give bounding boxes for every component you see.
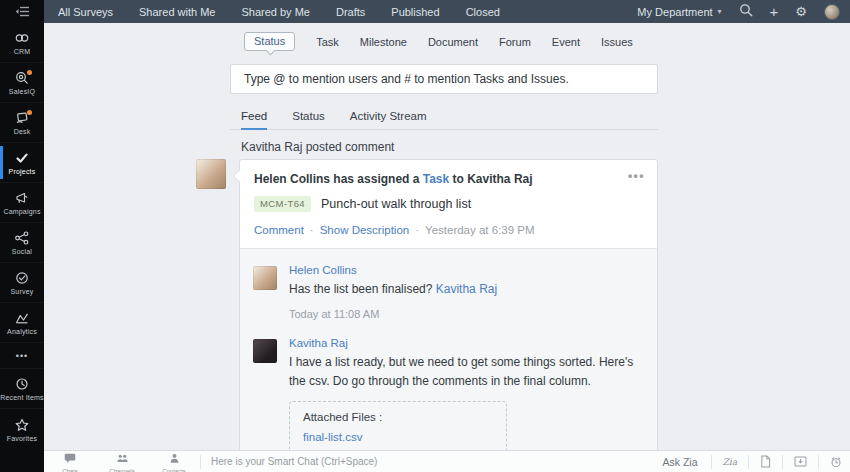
screen-share-icon[interactable] <box>783 456 818 467</box>
app-sidebar: CRM SalesIQ Desk Projects <box>0 0 44 472</box>
task-name: Punch-out walk through list <box>321 197 471 211</box>
comment-kavitha: Kavitha Raj I have a list ready, but we … <box>252 337 645 450</box>
tab-forum[interactable]: Forum <box>499 36 531 48</box>
chats-button[interactable]: Chats <box>44 449 96 472</box>
chevron-down-icon: ▾ <box>718 7 722 16</box>
separator-dot: · <box>415 224 419 236</box>
task-link[interactable]: Task <box>423 172 449 186</box>
show-description-link[interactable]: Show Description <box>320 224 409 236</box>
tab-shared-by-me[interactable]: Shared by Me <box>241 6 309 18</box>
smart-chat-bar: Chats Channels Contacts Here is your Sma… <box>44 450 850 472</box>
card-actions-row: Comment·Show Description·Yesterday at 6:… <box>254 224 643 236</box>
topbar-right-controls: My Department ▾ + ⚙ <box>637 3 840 21</box>
tab-feed[interactable]: Feed <box>241 110 267 130</box>
alarm-icon[interactable] <box>819 456 850 468</box>
title-suffix: to Kavitha Raj <box>449 172 532 186</box>
sidebar-item-label: CRM <box>14 48 31 55</box>
card-options-icon[interactable]: ••• <box>628 169 645 183</box>
tab-event[interactable]: Event <box>552 36 580 48</box>
sidebar-item-label: Campaigns <box>3 208 40 215</box>
favorites-icon <box>14 417 30 433</box>
attached-files-label: Attached Files : <box>303 411 493 423</box>
sidebar-item-label: Recent Items <box>0 394 44 401</box>
comment-text-body: I have a list ready, but we need to get … <box>289 353 645 391</box>
campaigns-icon <box>14 190 30 206</box>
attachment-file-link[interactable]: final-list.csv <box>303 431 362 443</box>
sidebar-item-label: Analytics <box>7 328 37 335</box>
comment-timestamp: Today at 11:08 AM <box>289 308 645 320</box>
channels-button[interactable]: Channels <box>96 449 148 472</box>
sidebar-item-campaigns[interactable]: Campaigns <box>0 183 44 223</box>
gear-icon[interactable]: ⚙ <box>795 5 807 18</box>
department-label: My Department <box>637 6 712 18</box>
sidebar-item-survey[interactable]: Survey <box>0 263 44 303</box>
document-icon[interactable] <box>749 455 782 468</box>
sidebar-item-recent-items[interactable]: Recent Items <box>0 369 44 409</box>
comment-helen: Helen Collins Has the list been finalise… <box>252 264 645 320</box>
channels-label: Channels <box>109 468 134 472</box>
status-mention-input[interactable]: Type @ to mention users and # to mention… <box>230 64 658 94</box>
feed-card-header: Helen Collins has assigned a Task to Kav… <box>240 160 657 248</box>
app-window: CRM SalesIQ Desk Projects <box>0 0 850 472</box>
notification-dot <box>27 110 32 115</box>
tab-issues[interactable]: Issues <box>601 36 633 48</box>
feed-tabs: Feed Status Activity Stream <box>230 110 658 130</box>
analytics-icon <box>14 310 30 326</box>
tab-activity-stream[interactable]: Activity Stream <box>350 110 427 129</box>
tab-shared-with-me[interactable]: Shared with Me <box>139 6 215 18</box>
tab-drafts[interactable]: Drafts <box>336 6 365 18</box>
avatar-kavitha-raj-small <box>253 339 277 363</box>
sidebar-item-more[interactable]: ••• <box>0 343 44 369</box>
survey-icon <box>14 270 30 286</box>
sidebar-item-desk[interactable]: Desk <box>0 103 44 143</box>
notification-dot <box>27 70 32 75</box>
contacts-icon <box>169 450 180 468</box>
projects-icon <box>14 150 30 166</box>
topbar-tabs: All Surveys Shared with Me Shared by Me … <box>58 6 500 18</box>
search-icon[interactable] <box>739 3 753 21</box>
feed-card: Helen Collins has assigned a Task to Kav… <box>239 159 658 450</box>
comment-author-link[interactable]: Helen Collins <box>289 264 357 276</box>
social-icon <box>14 230 30 246</box>
avatar-helen-collins-small <box>253 266 277 290</box>
sidebar-item-label: Desk <box>14 128 31 135</box>
mention-link[interactable]: Kavitha Raj <box>436 282 497 296</box>
sidebar-item-label: Favorites <box>7 435 38 442</box>
zia-icon[interactable]: Zia <box>712 457 749 467</box>
comment-text: Has the list been finalised? Kavitha Raj <box>289 280 645 299</box>
comment-author-link[interactable]: Kavitha Raj <box>289 337 348 349</box>
sidebar-item-social[interactable]: Social <box>0 223 44 263</box>
sidebar-item-label: Survey <box>11 288 34 295</box>
tab-status-feed[interactable]: Status <box>292 110 325 129</box>
tab-status-module[interactable]: Status <box>244 32 295 51</box>
attached-files-box: Attached Files : final-list.csv <box>289 401 507 450</box>
module-tabs: Status Task Milestone Document Forum Eve… <box>230 23 658 51</box>
tab-task[interactable]: Task <box>316 36 339 48</box>
tab-closed[interactable]: Closed <box>466 6 500 18</box>
sidebar-item-crm[interactable]: CRM <box>0 23 44 63</box>
collapse-menu-button[interactable] <box>0 0 44 23</box>
department-dropdown[interactable]: My Department ▾ <box>637 6 721 18</box>
tab-all-surveys[interactable]: All Surveys <box>58 6 113 18</box>
divider <box>200 455 201 469</box>
tab-document[interactable]: Document <box>428 36 478 48</box>
contacts-button[interactable]: Contacts <box>148 449 200 472</box>
activity-heading: Kavitha Raj posted comment <box>241 140 658 154</box>
tab-published[interactable]: Published <box>391 6 439 18</box>
sidebar-item-salesiq[interactable]: SalesIQ <box>0 63 44 103</box>
title-prefix: Helen Collins has assigned a <box>254 172 423 186</box>
sidebar-item-label: Social <box>12 248 32 255</box>
user-avatar[interactable] <box>824 4 840 20</box>
sidebar-item-favorites[interactable]: Favorites <box>0 409 44 449</box>
tab-milestone[interactable]: Milestone <box>360 36 407 48</box>
channels-icon <box>116 450 129 468</box>
comment-action-link[interactable]: Comment <box>254 224 304 236</box>
sidebar-item-analytics[interactable]: Analytics <box>0 303 44 343</box>
more-icon: ••• <box>16 351 28 361</box>
comments-section: Helen Collins Has the list been finalise… <box>240 248 657 450</box>
sidebar-item-projects[interactable]: Projects <box>0 143 44 183</box>
comment-text-body: Has the list been finalised? <box>289 282 436 296</box>
ask-zia-button[interactable]: Ask Zia <box>649 456 710 468</box>
plus-icon[interactable]: + <box>770 4 779 19</box>
recent-items-icon <box>14 376 30 392</box>
